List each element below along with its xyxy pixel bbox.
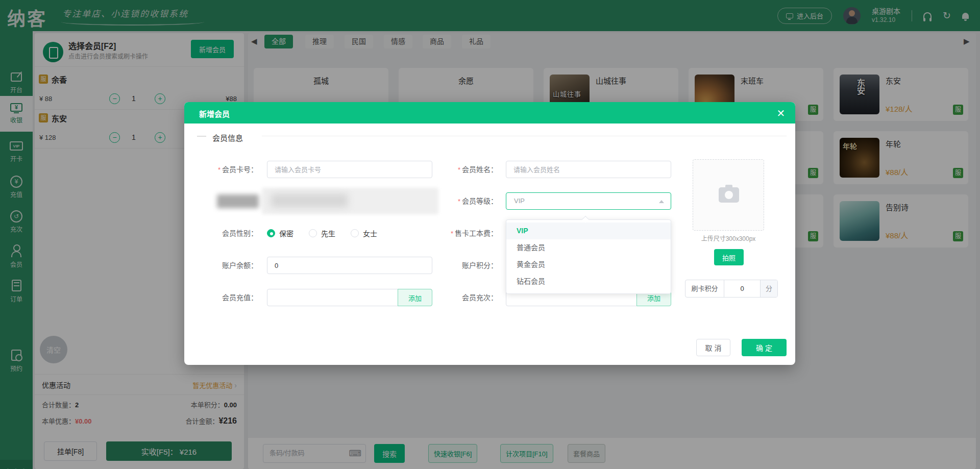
dropdown-option-vip[interactable]: VIP: [506, 223, 671, 239]
modal-title: 新增会员: [199, 108, 230, 119]
take-photo-button[interactable]: 拍照: [714, 249, 744, 265]
section-line: [262, 136, 787, 136]
camera-icon: [719, 187, 739, 203]
card-fee-label: *售卡工本费：: [427, 225, 498, 242]
swipe-points-value[interactable]: 0: [724, 280, 760, 297]
close-icon[interactable]: ✕: [774, 106, 788, 120]
swipe-points-group: 刷卡积分 0 分: [685, 280, 778, 298]
member-level-label: *会员等级：: [427, 192, 498, 210]
card-no-input[interactable]: [267, 161, 432, 178]
member-name-input[interactable]: [506, 161, 671, 178]
member-level-value: VIP: [514, 197, 525, 205]
member-name-label: *会员姓名：: [427, 161, 498, 179]
redacted-label: [217, 194, 259, 208]
radio-secret[interactable]: 保密: [267, 228, 293, 238]
add-member-modal: 新增会员 ✕ 会员信息 *会员卡号： *会员姓名： *会员等级： VIP 会员性…: [184, 102, 795, 365]
gender-label: 会员性别：: [187, 225, 258, 242]
member-level-select[interactable]: VIP: [506, 192, 671, 210]
radio-dot-icon: [309, 229, 317, 237]
balance-label: 账户余额：: [187, 257, 258, 274]
account-points-label: 账户积分：: [427, 257, 498, 274]
pos-app: 纳客 专注单店、小连锁的收银系统 进入后台 桌游剧本 v1.32.10 ↻ 开台…: [0, 0, 980, 469]
dropdown-notch: [582, 216, 589, 223]
level-dropdown: VIP 普通会员 黄金会员 钻石会员: [506, 219, 671, 294]
dropdown-option-normal[interactable]: 普通会员: [506, 239, 671, 256]
section-title: 会员信息: [212, 132, 243, 143]
dropdown-option-diamond[interactable]: 钻石会员: [506, 273, 671, 290]
card-no-label: *会员卡号：: [187, 161, 258, 179]
balance-input[interactable]: [267, 257, 432, 274]
radio-dot-icon: [267, 229, 275, 237]
swipe-points-label: 刷卡积分: [685, 280, 724, 297]
photo-caption: 上传尺寸300x300px: [667, 234, 790, 242]
confirm-button[interactable]: 确 定: [742, 339, 787, 356]
modal-header: 新增会员 ✕: [184, 102, 795, 124]
cancel-button[interactable]: 取 消: [696, 339, 730, 356]
dropdown-option-gold[interactable]: 黄金会员: [506, 256, 671, 273]
radio-lady[interactable]: 女士: [351, 228, 377, 238]
chevron-up-icon: [659, 200, 664, 203]
section-dash: [197, 136, 206, 137]
photo-upload-box[interactable]: [693, 159, 764, 231]
radio-mister[interactable]: 先生: [309, 228, 335, 238]
times-label: 会员充次：: [427, 289, 498, 306]
recharge-group: 添加: [267, 289, 432, 306]
radio-dot-icon: [351, 229, 359, 237]
redacted-field: [271, 194, 348, 207]
swipe-points-unit: 分: [760, 280, 777, 297]
recharge-label: 会员充值：: [187, 289, 258, 306]
gender-radio-group: 保密 先生 女士: [267, 225, 377, 242]
